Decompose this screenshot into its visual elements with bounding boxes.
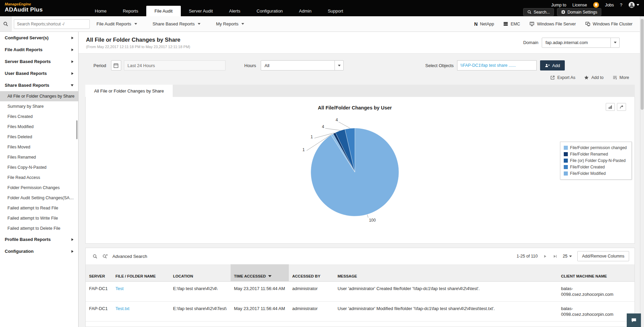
nav-tab-home[interactable]: Home	[87, 6, 115, 16]
legend-item-file-folder-modified[interactable]: File/Folder Modified	[564, 171, 627, 176]
sidebar-item-files-deleted[interactable]: Files Deleted	[0, 132, 78, 142]
sidebar-group-user-based-reports[interactable]: User Based Reports	[0, 67, 78, 79]
sidebar-item-files-renamed[interactable]: Files Renamed	[0, 152, 78, 162]
column-header-client-machine-name[interactable]: CLIENT MACHINE NAME	[558, 264, 625, 281]
sidebar-item-files-created[interactable]: Files Created	[0, 111, 78, 122]
sidebar-group-server-based-reports[interactable]: Server Based Reports	[0, 56, 78, 67]
column-header-accessed-by[interactable]: ACCESSED BY	[289, 264, 334, 281]
period-input[interactable]	[124, 60, 226, 70]
topbar-link-jobs[interactable]: Jobs	[605, 3, 614, 7]
column-header-time-accessed[interactable]: TIME ACCESSED	[231, 264, 289, 281]
chart-title: All File/Folder Changes by User	[318, 105, 392, 110]
advanced-search-label[interactable]: Advanced Search	[112, 254, 147, 259]
domain-settings-button[interactable]: Domain Settings	[557, 8, 601, 16]
advanced-search-icon[interactable]	[102, 254, 108, 259]
export-as-button[interactable]: Export As	[550, 75, 576, 80]
more-button[interactable]: More	[613, 75, 629, 80]
file-link[interactable]: Test.txt	[115, 306, 129, 311]
legend-item-file-folder-renamed[interactable]: File/Folder Renamed	[564, 152, 627, 157]
calendar-icon[interactable]	[111, 60, 121, 70]
column-header-server[interactable]: SERVER	[86, 264, 112, 281]
sidebar-scrollbar-thumb[interactable]	[76, 120, 78, 139]
column-header-location[interactable]: LOCATION	[170, 264, 231, 281]
column-header-message[interactable]: MESSAGE	[334, 264, 558, 281]
add-remove-columns-button[interactable]: Add/Remove Columns	[577, 251, 629, 261]
chevron-down-icon	[637, 4, 639, 6]
nav-tab-configuration[interactable]: Configuration	[249, 6, 291, 16]
sidebar-item-failed-attempt-to-write-file[interactable]: Failed attempt to Write File	[0, 213, 78, 223]
add-to-button[interactable]: Add to	[584, 75, 603, 80]
sidebar-group-file-audit-reports[interactable]: File Audit Reports	[0, 44, 78, 56]
chart-export-icon[interactable]	[617, 103, 626, 111]
cell-time: May 23,2017 11:56:44 AM	[231, 281, 289, 301]
nav-tab-reports[interactable]: Reports	[115, 6, 147, 16]
sidebar-group-configuration[interactable]: Configuration	[0, 245, 78, 257]
server-type-emc[interactable]: EMC	[503, 21, 520, 26]
nav-tab-file-audit[interactable]: File Audit	[146, 6, 180, 16]
sidebar-item-folder-audit-setting-changes-sacl[interactable]: Folder Audit Setting Changes(SACL)	[0, 193, 78, 203]
select-objects-input[interactable]	[457, 60, 537, 70]
nav-tab-admin[interactable]: Admin	[291, 6, 320, 16]
search-icon[interactable]	[0, 16, 12, 32]
column-header-file-folder-name[interactable]: FILE / FOLDER NAME	[112, 264, 170, 281]
menu-my-reports[interactable]: My Reports	[216, 21, 244, 26]
server-type-windows-file-server[interactable]: Windows File Server	[529, 21, 576, 26]
legend-item-file-or-folder-copy-n-pasted[interactable]: File (or) Folder Copy-N-Pasted	[564, 158, 627, 163]
chevron-right-icon	[71, 72, 73, 75]
sidebar: Configured Server(s)File Audit ReportsSe…	[0, 32, 79, 327]
legend-item-file-folder-created[interactable]: File/Folder Created	[564, 165, 627, 169]
column-search-icon[interactable]	[92, 254, 98, 259]
menu-file-audit-reports[interactable]: File Audit Reports	[96, 21, 137, 26]
menu-share-based-reports[interactable]: Share Based Reports	[153, 21, 200, 26]
sidebar-group-profile-based-reports[interactable]: Profile Based Reports	[0, 233, 78, 245]
chevron-right-icon	[71, 238, 73, 241]
scrollbar-thumb[interactable]	[641, 19, 644, 110]
sidebar-item-files-modified[interactable]: Files Modified	[0, 122, 78, 132]
page-size-select[interactable]: 25	[563, 254, 572, 259]
sidebar-item-files-copy-n-pasted[interactable]: Files Copy-N-Pasted	[0, 162, 78, 172]
domain-select[interactable]: fap.adap.internal.com	[542, 38, 620, 48]
pie-chart: 1001144	[86, 97, 635, 244]
chat-button[interactable]	[627, 313, 641, 327]
global-search-button[interactable]: Search...	[523, 8, 554, 16]
chart-tools	[606, 103, 626, 111]
hours-select[interactable]: All	[261, 60, 344, 70]
sidebar-item-file-read-access[interactable]: File Read Access	[0, 172, 78, 183]
add-object-button[interactable]: Add	[540, 60, 565, 70]
topbar: ManageEngine ADAudit Plus HomeReportsFil…	[0, 0, 644, 16]
nav-tab-alerts[interactable]: Alerts	[221, 6, 249, 16]
topbar-link-jump-to[interactable]: Jump to	[551, 3, 566, 7]
sidebar-item-summary-by-share[interactable]: Summary by Share	[0, 101, 78, 111]
topbar-link-license[interactable]: License	[573, 3, 587, 7]
netapp-icon: N	[474, 21, 477, 27]
sidebar-item-files-moved[interactable]: Files Moved	[0, 142, 78, 152]
user-menu[interactable]	[628, 2, 639, 8]
sidebar-item-folder-permission-changes[interactable]: Folder Permission Changes	[0, 183, 78, 193]
column-header-label: ACCESSED BY	[292, 274, 320, 278]
file-link[interactable]: Test	[115, 286, 124, 291]
sidebar-item-failed-attempt-to-read-file[interactable]: Failed attempt to Read File	[0, 203, 78, 213]
help-icon[interactable]: ?	[620, 3, 622, 7]
legend-label: File/Folder permission changed	[570, 145, 627, 150]
report-search-input[interactable]	[14, 19, 90, 29]
last-page-icon[interactable]	[553, 254, 557, 259]
page-title: All File or Folder Changes by Share	[86, 37, 190, 43]
server-type-netapp[interactable]: NNetApp	[474, 21, 494, 27]
legend-item-file-folder-permission-changed[interactable]: File/Folder permission changed	[564, 145, 627, 150]
sidebar-group-share-based-reports[interactable]: Share Based Reports	[0, 79, 78, 91]
sidebar-item-all-file-or-folder-changes-by-share[interactable]: All File or Folder Changes by Share	[0, 91, 78, 101]
server-type-windows-file-cluster[interactable]: Windows File Cluster	[585, 21, 632, 26]
sidebar-item-failed-attempt-to-delete-file[interactable]: Failed attempt to Delete File	[0, 223, 78, 233]
table-header: SERVERFILE / FOLDER NAMELOCATIONTIME ACC…	[86, 264, 635, 281]
nav-tab-support[interactable]: Support	[320, 6, 351, 16]
sidebar-group-configured-server-s[interactable]: Configured Server(s)	[0, 32, 78, 44]
sidebar-group-label: Share Based Reports	[5, 83, 49, 88]
tab-all-file-or-folder-changes-by-share[interactable]: All File or Folder Changes by Share	[85, 85, 173, 97]
next-page-icon[interactable]	[543, 254, 548, 259]
nav-tab-server-audit[interactable]: Server Audit	[181, 6, 221, 16]
column-header-filler	[625, 264, 635, 281]
notification-icon[interactable]	[593, 2, 599, 8]
chart-type-icon[interactable]	[606, 103, 615, 111]
chevron-down-icon	[71, 84, 73, 86]
vertical-scrollbar[interactable]	[640, 16, 644, 327]
